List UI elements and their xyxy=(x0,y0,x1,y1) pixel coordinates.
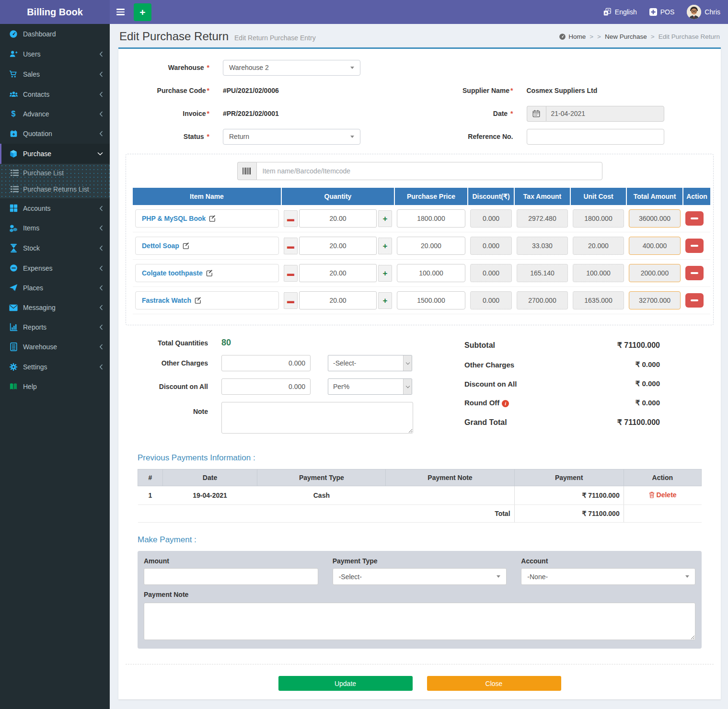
minus-icon: ▬ xyxy=(287,215,294,222)
chevron-left-icon xyxy=(99,285,103,291)
sidebar-item-stock[interactable]: Stock xyxy=(0,238,110,258)
remove-row-button[interactable] xyxy=(685,211,704,226)
plus-icon: + xyxy=(383,297,388,305)
sidebar-item-label: Advance xyxy=(23,110,99,118)
sidebar-item-contacts[interactable]: Contacts xyxy=(0,84,110,104)
info-icon[interactable]: i xyxy=(502,400,509,407)
status-select[interactable]: Return xyxy=(223,129,360,145)
unit-cost-value: 1800.000 xyxy=(573,209,624,228)
col-total-amount: Total Amount xyxy=(626,188,683,205)
item-row: Colgate toothpaste ▬+ 0.000 165.140 100.… xyxy=(133,260,710,287)
quantity-input[interactable] xyxy=(299,237,377,255)
remove-row-button[interactable] xyxy=(685,293,704,308)
payment-type: Cash xyxy=(257,486,386,505)
sidebar-item-purchase-list[interactable]: Purchase List xyxy=(0,165,110,181)
col-payment-type: Payment Type xyxy=(257,469,386,486)
chevron-left-icon xyxy=(99,131,103,137)
discount-value: 0.000 xyxy=(470,209,512,228)
col-action: Action xyxy=(624,469,701,486)
quantity-increase-button[interactable]: + xyxy=(378,210,392,227)
sidebar-item-warehouse[interactable]: Warehouse xyxy=(0,337,110,357)
other-charges-select[interactable]: -Select- xyxy=(328,355,412,371)
sidebar-item-items[interactable]: Items xyxy=(0,218,110,238)
account-select[interactable]: -None- xyxy=(521,568,695,585)
discount-type-select[interactable]: Per% xyxy=(328,378,412,395)
sidebar-item-places[interactable]: Places xyxy=(0,278,110,298)
chevron-left-icon xyxy=(99,91,103,97)
sidebar-item-sales[interactable]: Sales xyxy=(0,64,110,84)
edit-icon[interactable] xyxy=(195,297,202,304)
payment-note-textarea[interactable] xyxy=(144,603,695,640)
sidebar-item-users[interactable]: Users xyxy=(0,44,110,64)
edit-icon[interactable] xyxy=(206,270,213,277)
pos-menu[interactable]: POS xyxy=(649,8,675,16)
edit-icon[interactable] xyxy=(183,242,190,250)
sidebar-item-purchase[interactable]: Purchase xyxy=(0,144,110,164)
quantity-decrease-button[interactable]: ▬ xyxy=(284,265,298,282)
sidebar-item-purchase-returns-list[interactable]: Purchase Returns List xyxy=(0,181,110,197)
boxes-icon xyxy=(7,224,20,232)
barcode-icon xyxy=(237,162,256,180)
submenu-item-label: Purchase Returns List xyxy=(23,185,89,193)
warehouse-select[interactable]: Warehouse 2 xyxy=(223,60,360,76)
sidebar-toggle-button[interactable] xyxy=(110,0,131,24)
sidebar-item-dashboard[interactable]: Dashboard xyxy=(0,24,110,44)
update-button[interactable]: Update xyxy=(278,676,413,691)
sidebar-item-accounts[interactable]: Accounts xyxy=(0,198,110,218)
discount-value: 0.000 xyxy=(470,237,512,255)
breadcrumb-home-link[interactable]: Home xyxy=(559,33,586,40)
sidebar-item-label: Places xyxy=(23,284,99,292)
quantity-increase-button[interactable]: + xyxy=(378,292,392,309)
item-name-link[interactable]: Dettol Soap xyxy=(142,242,179,250)
purchase-price-input[interactable] xyxy=(397,209,465,228)
edit-icon[interactable] xyxy=(209,215,216,222)
plus-icon: + xyxy=(383,215,388,223)
quantity-input[interactable] xyxy=(299,264,377,282)
quantity-decrease-button[interactable]: ▬ xyxy=(284,238,298,254)
app-logo[interactable]: Billing Book xyxy=(0,0,110,24)
item-name-link[interactable]: PHP & MySQL Book xyxy=(142,215,206,222)
user-menu[interactable]: Chris xyxy=(687,5,720,19)
sidebar-item-advance[interactable]: $ Advance xyxy=(0,104,110,124)
purchase-price-input[interactable] xyxy=(397,264,465,282)
sidebar-item-messaging[interactable]: Messaging xyxy=(0,298,110,317)
payment-amount: ₹ 71100.000 xyxy=(514,486,624,505)
chevron-left-icon xyxy=(99,51,103,57)
discount-on-all-input[interactable] xyxy=(221,378,311,395)
language-menu[interactable]: A English xyxy=(603,8,637,16)
breadcrumb-new-purchase-link[interactable]: New Purchase xyxy=(605,33,647,40)
sidebar-item-reports[interactable]: Reports xyxy=(0,317,110,337)
item-name-box: PHP & MySQL Book xyxy=(135,209,279,228)
reference-no-input[interactable] xyxy=(527,129,664,145)
book-icon xyxy=(7,383,20,390)
col-payment: Payment xyxy=(514,469,624,486)
purchase-price-input[interactable] xyxy=(397,237,465,255)
sidebar-item-quotation[interactable]: Quotation xyxy=(0,124,110,144)
other-charges-input[interactable] xyxy=(221,355,311,371)
item-search-input[interactable] xyxy=(256,162,602,180)
close-button[interactable]: Close xyxy=(427,676,561,691)
unit-cost-value: 20.000 xyxy=(573,237,624,255)
payment-type-select[interactable]: -Select- xyxy=(333,568,507,585)
sidebar-item-expenses[interactable]: Expenses xyxy=(0,258,110,278)
quantity-decrease-button[interactable]: ▬ xyxy=(284,210,298,227)
quantity-input[interactable] xyxy=(299,291,377,309)
delete-payment-link[interactable]: Delete xyxy=(649,491,677,499)
sidebar-item-settings[interactable]: Settings xyxy=(0,357,110,377)
quantity-input[interactable] xyxy=(299,209,377,228)
minus-icon xyxy=(691,272,698,274)
note-textarea[interactable] xyxy=(221,402,413,434)
sidebar-item-help[interactable]: Help xyxy=(0,377,110,396)
quantity-increase-button[interactable]: + xyxy=(378,238,392,254)
quick-add-button[interactable]: + xyxy=(134,3,151,21)
quantity-increase-button[interactable]: + xyxy=(378,265,392,282)
item-name-link[interactable]: Fastrack Watch xyxy=(142,297,191,304)
date-input[interactable] xyxy=(546,106,664,122)
remove-row-button[interactable] xyxy=(685,239,704,253)
quantity-decrease-button[interactable]: ▬ xyxy=(284,292,298,309)
item-name-link[interactable]: Colgate toothpaste xyxy=(142,269,203,277)
amount-input[interactable] xyxy=(144,568,318,585)
purchase-price-input[interactable] xyxy=(397,291,465,309)
remove-row-button[interactable] xyxy=(685,266,704,280)
cube-icon xyxy=(7,149,20,158)
